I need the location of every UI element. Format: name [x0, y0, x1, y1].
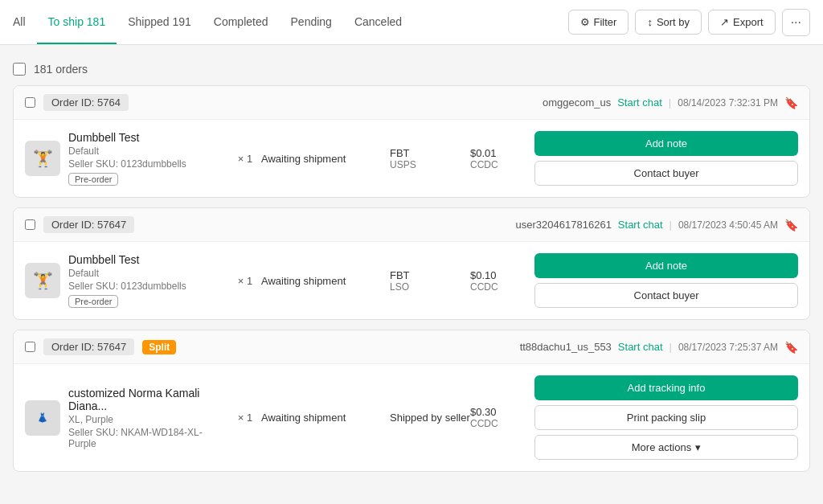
- order-checkbox-2[interactable]: [25, 342, 35, 352]
- tab-pending[interactable]: Pending: [280, 0, 343, 44]
- order-card-0: Order ID: 5764 omggecom_us Start chat | …: [13, 85, 810, 198]
- shipping-2: Shipped by seller: [390, 412, 470, 424]
- more-actions-button[interactable]: More actions ▾: [534, 435, 798, 460]
- filter-icon: ⚙: [580, 16, 590, 28]
- order-checkbox-1[interactable]: [25, 219, 35, 230]
- actions-0: Add note Contact buyer: [534, 131, 798, 186]
- status-2: Awaiting shipment: [261, 412, 390, 424]
- top-navigation-bar: All To ship 181 Shipped 191 Completed Pe…: [0, 0, 823, 45]
- bookmark-icon-1[interactable]: 🔖: [784, 219, 798, 232]
- pre-order-badge-1: Pre-order: [68, 295, 118, 308]
- product-image-1: 🏋: [25, 263, 60, 298]
- product-sku-0: Seller SKU: 0123dumbbells: [68, 158, 229, 170]
- sort-icon: ↕: [647, 16, 653, 28]
- order-count-label: 181 orders: [34, 63, 88, 76]
- contact-buyer-button-0[interactable]: Contact buyer: [534, 161, 798, 186]
- bookmark-icon-0[interactable]: 🔖: [784, 96, 798, 109]
- tab-all[interactable]: All: [13, 0, 37, 44]
- actions-1: Add note Contact buyer: [534, 253, 798, 308]
- product-name-0: Dumbbell Test: [68, 131, 229, 144]
- order-row-0: 🏋 Dumbbell Test Default Seller SKU: 0123…: [14, 120, 809, 197]
- more-options-button[interactable]: ···: [782, 9, 810, 36]
- product-name-1: Dumbbell Test: [68, 253, 229, 266]
- add-note-button-1[interactable]: Add note: [534, 253, 798, 278]
- start-chat-2[interactable]: Start chat: [618, 341, 663, 353]
- tab-completed[interactable]: Completed: [203, 0, 280, 44]
- select-all-checkbox[interactable]: [13, 63, 26, 76]
- order-id-2: Order ID: 57647: [43, 338, 134, 355]
- qty-2: × 1: [229, 412, 261, 424]
- status-0: Awaiting shipment: [261, 153, 390, 165]
- product-sku-2: Seller SKU: NKAM-WD184-XL-Purple: [68, 427, 229, 449]
- add-note-button-0[interactable]: Add note: [534, 131, 798, 156]
- order-header-2: Order ID: 57647 Split tt88dachu1_us_553 …: [14, 330, 809, 364]
- product-variant-1: Default: [68, 268, 229, 279]
- product-image-2: 👗: [25, 400, 60, 436]
- order-count-row: 181 orders: [13, 55, 810, 85]
- tab-shipped[interactable]: Shipped 191: [117, 0, 203, 44]
- product-info-2: customized Norma Kamali Diana... XL, Pur…: [68, 387, 229, 449]
- contact-buyer-button-1[interactable]: Contact buyer: [534, 283, 798, 308]
- product-name-2: customized Norma Kamali Diana...: [68, 387, 229, 412]
- timestamp-2: 08/17/2023 7:25:37 AM: [678, 342, 778, 353]
- product-variant-0: Default: [68, 145, 229, 157]
- split-badge-2: Split: [142, 340, 176, 354]
- order-card-1: Order ID: 57647 user3204617816261 Start …: [13, 207, 810, 320]
- pre-order-badge-0: Pre-order: [68, 173, 118, 186]
- shipping-1: FBT LSO: [390, 269, 470, 293]
- product-variant-2: XL, Purple: [68, 414, 229, 425]
- tab-canceled[interactable]: Canceled: [343, 0, 413, 44]
- filter-button[interactable]: ⚙ Filter: [568, 10, 629, 35]
- shipping-0: FBT USPS: [390, 147, 470, 170]
- price-2: $0.30 CCDC: [470, 406, 534, 429]
- product-info-1: Dumbbell Test Default Seller SKU: 0123du…: [68, 253, 229, 308]
- product-image-0: 🏋: [25, 141, 60, 176]
- status-1: Awaiting shipment: [261, 275, 390, 287]
- tab-bar: All To ship 181 Shipped 191 Completed Pe…: [13, 0, 413, 44]
- start-chat-0[interactable]: Start chat: [617, 96, 662, 109]
- order-id-1: Order ID: 57647: [43, 216, 134, 233]
- order-card-2: Order ID: 57647 Split tt88dachu1_us_553 …: [13, 330, 810, 472]
- print-packing-slip-button[interactable]: Print packing slip: [534, 405, 798, 430]
- toolbar-right: ⚙ Filter ↕ Sort by ↗ Export ···: [568, 9, 811, 36]
- timestamp-1: 08/17/2023 4:50:45 AM: [678, 219, 778, 231]
- order-header-0: Order ID: 5764 omggecom_us Start chat | …: [14, 86, 809, 120]
- order-id-0: Order ID: 5764: [43, 94, 129, 111]
- order-checkbox-0[interactable]: [25, 97, 35, 108]
- seller-name-0: omggecom_us: [543, 96, 611, 109]
- order-row-1: 🏋 Dumbbell Test Default Seller SKU: 0123…: [14, 242, 809, 319]
- price-1: $0.10 CCDC: [470, 269, 534, 293]
- timestamp-0: 08/14/2023 7:32:31 PM: [678, 97, 778, 109]
- start-chat-1[interactable]: Start chat: [618, 219, 663, 231]
- product-sku-1: Seller SKU: 0123dumbbells: [68, 281, 229, 292]
- qty-0: × 1: [229, 153, 261, 165]
- order-row-2: 👗 customized Norma Kamali Diana... XL, P…: [14, 364, 809, 471]
- order-header-1: Order ID: 57647 user3204617816261 Start …: [14, 208, 809, 242]
- chevron-down-icon: ▾: [695, 441, 701, 453]
- product-info-0: Dumbbell Test Default Seller SKU: 0123du…: [68, 131, 229, 186]
- add-tracking-info-button[interactable]: Add tracking info: [534, 375, 798, 400]
- qty-1: × 1: [229, 275, 261, 287]
- bookmark-icon-2[interactable]: 🔖: [784, 341, 798, 354]
- seller-name-1: user3204617816261: [516, 219, 612, 231]
- export-icon: ↗: [720, 16, 729, 28]
- export-button[interactable]: ↗ Export: [708, 10, 776, 35]
- actions-2: Add tracking info Print packing slip Mor…: [534, 375, 798, 460]
- sort-button[interactable]: ↕ Sort by: [635, 10, 702, 35]
- seller-name-2: tt88dachu1_us_553: [520, 341, 612, 353]
- tab-to-ship[interactable]: To ship 181: [37, 0, 117, 44]
- price-0: $0.01 CCDC: [470, 147, 534, 170]
- main-content: 181 orders Order ID: 5764 omggecom_us St…: [0, 45, 823, 491]
